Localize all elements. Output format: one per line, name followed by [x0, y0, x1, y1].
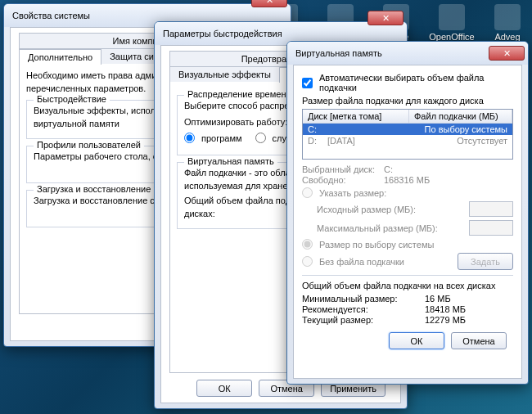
table-row[interactable]: C:По выбору системы	[303, 124, 512, 135]
ok-button[interactable]: ОК	[389, 332, 444, 349]
size-per-drive-label: Размер файла подкачки для каждого диска	[302, 96, 513, 106]
ok-button[interactable]: ОК	[196, 380, 252, 397]
max-size-input	[469, 220, 513, 236]
tab-visual-effects[interactable]: Визуальные эффекты	[169, 66, 280, 82]
auto-manage-checkbox[interactable]: Автоматически выбирать объем файла подка…	[302, 73, 513, 92]
table-row[interactable]: D:[DATA]Отсутствует	[303, 135, 512, 146]
close-icon[interactable]: ✕	[251, 0, 287, 7]
tab-advanced[interactable]: Дополнительно	[19, 49, 101, 65]
titlebar[interactable]: Виртуальная память ✕	[287, 42, 528, 65]
close-icon[interactable]: ✕	[367, 11, 404, 25]
total-title: Общий объем файла подкачки на всех диска…	[302, 281, 513, 290]
radio-custom-size: Указать размер:	[302, 187, 513, 198]
drive-list[interactable]: Диск [метка тома] Файл подкачки (МБ) C:П…	[302, 109, 513, 160]
virtual-memory-window: Виртуальная память ✕ Автоматически выбир…	[286, 41, 529, 385]
cancel-button[interactable]: Отмена	[451, 332, 507, 349]
radio-programs[interactable]: программ	[184, 133, 242, 143]
radio-no-pagefile: Без файла подкачки	[302, 256, 458, 267]
radio-system-size: Размер по выбору системы	[302, 239, 513, 250]
close-icon[interactable]: ✕	[489, 46, 525, 61]
initial-size-input	[469, 201, 513, 217]
set-button: Задать	[458, 253, 513, 270]
